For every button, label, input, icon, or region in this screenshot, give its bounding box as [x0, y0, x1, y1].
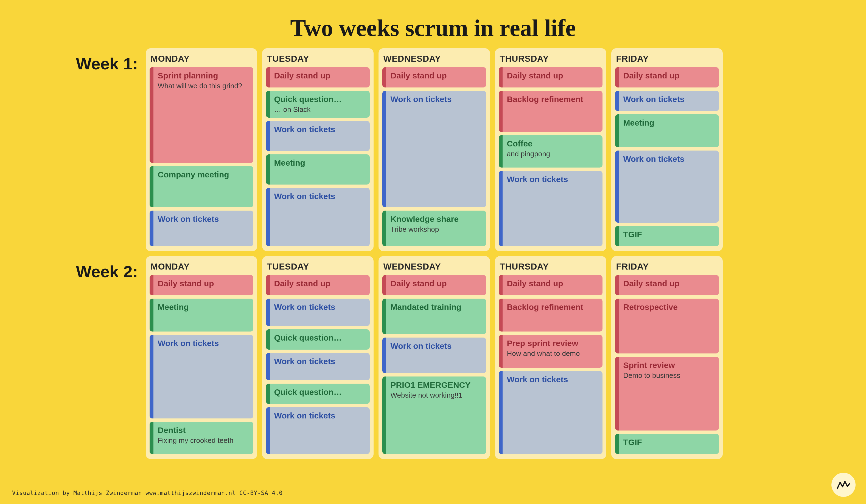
schedule-block: Work on tickets	[615, 91, 719, 111]
author-logo-icon	[831, 473, 856, 497]
week-label: Week 2:	[67, 256, 138, 281]
block-title: Daily stand up	[158, 279, 248, 288]
block-title: Daily stand up	[274, 71, 365, 81]
days-container: MONDAYSprint planningWhat will we do thi…	[146, 48, 800, 251]
week-row: Week 1:MONDAYSprint planningWhat will we…	[67, 48, 800, 256]
schedule-block: Daily stand up	[382, 67, 486, 88]
block-title: Dentist	[158, 426, 248, 435]
schedule-block: Daily stand up	[266, 275, 370, 295]
block-title: Sprint planning	[158, 71, 248, 81]
block-title: Daily stand up	[274, 279, 365, 288]
schedule-block: Daily stand up	[382, 275, 486, 295]
schedule-block: Backlog refinement	[499, 91, 602, 132]
blocks-container: Daily stand upWork on ticketsQuick quest…	[266, 275, 370, 454]
day-column: WEDNESDAYDaily stand upMandated training…	[378, 256, 490, 459]
blocks-container: Sprint planningWhat will we do this grin…	[149, 67, 253, 246]
block-title: Work on tickets	[158, 339, 248, 348]
block-subtitle: … on Slack	[274, 105, 365, 114]
block-title: Daily stand up	[507, 279, 598, 288]
block-title: Work on tickets	[158, 215, 248, 224]
block-title: Meeting	[274, 158, 365, 168]
blocks-container: Daily stand upBacklog refinementPrep spr…	[499, 275, 602, 454]
block-title: Work on tickets	[274, 125, 365, 134]
schedule-block: Work on tickets	[382, 91, 486, 207]
blocks-container: Daily stand upMandated trainingWork on t…	[382, 275, 486, 454]
block-subtitle: What will we do this grind?	[158, 82, 248, 90]
block-title: PRIO1 EMERGENCY	[391, 380, 481, 390]
block-title: TGIF	[623, 438, 714, 447]
block-title: Sprint review	[623, 360, 714, 370]
schedule-block: TGIF	[615, 226, 719, 246]
schedule-block: PRIO1 EMERGENCYWebsite not working!!1	[382, 377, 486, 454]
block-title: Work on tickets	[274, 192, 365, 201]
block-title: Work on tickets	[274, 411, 365, 421]
schedule-block: Daily stand up	[615, 67, 719, 88]
blocks-container: Daily stand upBacklog refinementCoffeean…	[499, 67, 602, 246]
week-label: Week 1:	[67, 48, 138, 73]
block-title: Daily stand up	[507, 71, 598, 81]
schedule-block: Work on tickets	[266, 121, 370, 151]
blocks-container: Daily stand upWork on ticketsMeetingWork…	[615, 67, 719, 246]
blocks-container: Daily stand upMeetingWork on ticketsDent…	[149, 275, 253, 454]
day-header: THURSDAY	[499, 52, 602, 67]
schedule-block: DentistFixing my crooked teeth	[149, 422, 253, 454]
block-title: Work on tickets	[274, 302, 365, 312]
schedule-block: Meeting	[149, 299, 253, 332]
day-column: TUESDAYDaily stand upQuick question…… on…	[262, 48, 374, 251]
block-subtitle: Demo to business	[623, 371, 714, 380]
schedule-block: Mandated training	[382, 299, 486, 334]
schedule-block: Daily stand up	[499, 275, 602, 295]
block-title: Backlog refinement	[507, 95, 598, 104]
schedule-block: Work on tickets	[499, 371, 602, 454]
schedule-block: Work on tickets	[149, 210, 253, 246]
page-title: Two weeks scrum in real life	[0, 0, 866, 48]
block-title: Daily stand up	[391, 279, 481, 288]
block-title: Mandated training	[391, 302, 481, 312]
schedule-block: Meeting	[266, 154, 370, 185]
day-header: MONDAY	[149, 52, 253, 67]
day-header: TUESDAY	[266, 260, 370, 275]
block-title: Work on tickets	[623, 154, 714, 164]
schedule-block: Backlog refinement	[499, 299, 602, 332]
schedule-block: Daily stand up	[499, 67, 602, 88]
block-title: Coffee	[507, 139, 598, 149]
day-header: WEDNESDAY	[382, 52, 486, 67]
block-title: Meeting	[623, 118, 714, 128]
block-title: Work on tickets	[391, 341, 481, 351]
day-header: FRIDAY	[615, 260, 719, 275]
blocks-container: Daily stand upRetrospectiveSprint review…	[615, 275, 719, 454]
block-title: Quick question…	[274, 388, 365, 397]
week-row: Week 2:MONDAYDaily stand upMeetingWork o…	[67, 256, 800, 464]
schedule-block: Work on tickets	[499, 171, 602, 246]
schedule-block: Daily stand up	[149, 275, 253, 295]
block-subtitle: Fixing my crooked teeth	[158, 436, 248, 445]
schedule-block: Sprint planningWhat will we do this grin…	[149, 67, 253, 163]
block-title: Work on tickets	[507, 175, 598, 184]
day-column: THURSDAYDaily stand upBacklog refinement…	[495, 256, 606, 459]
schedule-block: Coffeeand pingpong	[499, 135, 602, 168]
block-title: TGIF	[623, 230, 714, 239]
day-column: FRIDAYDaily stand upWork on ticketsMeeti…	[611, 48, 723, 251]
schedule-block: Retrospective	[615, 299, 719, 354]
schedule-block: Quick question…	[266, 383, 370, 404]
day-column: TUESDAYDaily stand upWork on ticketsQuic…	[262, 256, 374, 459]
block-title: Daily stand up	[623, 279, 714, 288]
block-title: Meeting	[158, 302, 248, 312]
schedule-block: Work on tickets	[382, 337, 486, 373]
block-title: Work on tickets	[391, 95, 481, 104]
blocks-container: Daily stand upQuick question…… on SlackW…	[266, 67, 370, 246]
schedule-block: Work on tickets	[266, 407, 370, 454]
schedule-block: Daily stand up	[266, 67, 370, 88]
block-title: Knowledge share	[391, 215, 481, 224]
block-title: Retrospective	[623, 302, 714, 312]
block-title: Quick question…	[274, 95, 365, 104]
day-header: THURSDAY	[499, 260, 602, 275]
schedule-block: Quick question…	[266, 329, 370, 350]
block-subtitle: Website not working!!1	[391, 391, 481, 400]
schedule-block: Work on tickets	[266, 188, 370, 246]
credit-line: Visualization by Matthijs Zwinderman www…	[12, 490, 283, 496]
schedule-block: Work on tickets	[149, 335, 253, 419]
schedule-block: Sprint reviewDemo to business	[615, 357, 719, 431]
schedule-block: Work on tickets	[266, 353, 370, 380]
schedule-block: Daily stand up	[615, 275, 719, 295]
